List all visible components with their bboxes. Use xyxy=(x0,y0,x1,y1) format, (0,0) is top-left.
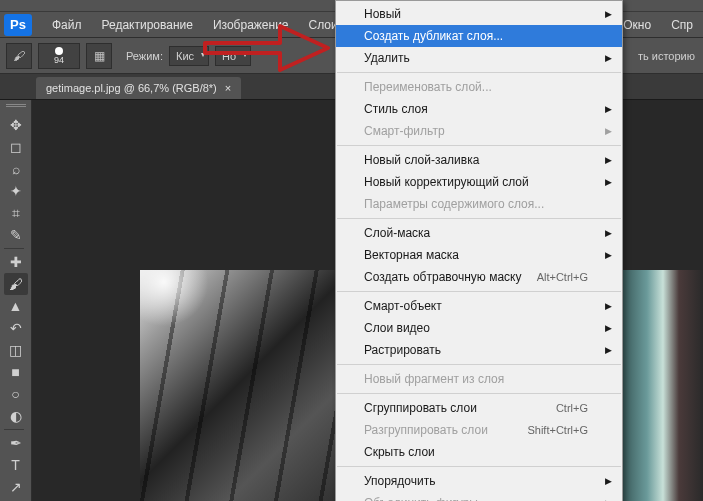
menu-item[interactable]: Создать дубликат слоя... xyxy=(336,25,622,47)
menu-separator xyxy=(337,364,621,365)
menu-separator xyxy=(337,393,621,394)
submenu-arrow-icon: ▶ xyxy=(605,104,612,114)
menu-item[interactable]: Сгруппировать слоиCtrl+G xyxy=(336,397,622,419)
menu-item-label: Скрыть слои xyxy=(364,445,435,459)
menu-separator xyxy=(337,72,621,73)
menu-item[interactable]: Слои видео▶ xyxy=(336,317,622,339)
marquee-tool[interactable]: ◻ xyxy=(4,136,28,158)
submenu-arrow-icon: ▶ xyxy=(605,323,612,333)
submenu-arrow-icon: ▶ xyxy=(605,126,612,136)
menu-item-label: Удалить xyxy=(364,51,410,65)
menu-item-label: Упорядочить xyxy=(364,474,435,488)
menu-item-label: Новый xyxy=(364,7,401,21)
submenu-arrow-icon: ▶ xyxy=(605,53,612,63)
menu-item-label: Сгруппировать слои xyxy=(364,401,477,415)
dodge-tool[interactable]: ◐ xyxy=(4,405,28,427)
menu-item-label: Новый слой-заливка xyxy=(364,153,479,167)
menu-item[interactable]: Новый▶ xyxy=(336,3,622,25)
menu-item[interactable]: Новый слой-заливка▶ xyxy=(336,149,622,171)
menu-separator xyxy=(337,291,621,292)
tool-preset-icon[interactable]: 🖌 xyxy=(6,43,32,69)
lasso-tool[interactable]: ⌕ xyxy=(4,158,28,180)
wand-tool[interactable]: ✦ xyxy=(4,180,28,202)
move-tool[interactable]: ✥ xyxy=(4,114,28,136)
layers-context-menu: Новый▶Создать дубликат слоя...Удалить▶Пе… xyxy=(335,0,623,501)
menu-item-label: Разгруппировать слои xyxy=(364,423,488,437)
menu-item-label: Создать дубликат слоя... xyxy=(364,29,503,43)
tool-separator xyxy=(4,429,24,430)
menu-item: Разгруппировать слоиShift+Ctrl+G xyxy=(336,419,622,441)
mode-label: Режим: xyxy=(126,50,163,62)
submenu-arrow-icon: ▶ xyxy=(605,476,612,486)
menu-item[interactable]: Новый корректирующий слой▶ xyxy=(336,171,622,193)
menu-item-label: Параметры содержимого слоя... xyxy=(364,197,544,211)
submenu-arrow-icon: ▶ xyxy=(605,301,612,311)
canvas-image-right[interactable] xyxy=(623,270,703,501)
menu-help[interactable]: Спр xyxy=(661,18,703,32)
menu-shortcut: Shift+Ctrl+G xyxy=(527,424,588,436)
menu-item: Смарт-фильтр▶ xyxy=(336,120,622,142)
menu-shortcut: Ctrl+G xyxy=(556,402,588,414)
submenu-arrow-icon: ▶ xyxy=(605,9,612,19)
menu-file[interactable]: Файл xyxy=(42,18,92,32)
menu-item[interactable]: Скрыть слои xyxy=(336,441,622,463)
menu-item[interactable]: Упорядочить▶ xyxy=(336,470,622,492)
eyedropper-tool[interactable]: ✎ xyxy=(4,224,28,246)
brush-size-label: 94 xyxy=(54,55,64,65)
brush-tool[interactable]: 🖌 xyxy=(4,273,28,295)
tool-separator xyxy=(4,248,24,249)
menu-item: Параметры содержимого слоя... xyxy=(336,193,622,215)
toolbox: ✥◻⌕✦⌗✎✚🖌▲↶◫■○◐✒T↗ xyxy=(0,100,32,501)
history-toggle[interactable]: ть историю xyxy=(638,50,695,62)
menu-item[interactable]: Удалить▶ xyxy=(336,47,622,69)
brush-panel-icon[interactable]: ▦ xyxy=(86,43,112,69)
menu-item-label: Объединить фигуры xyxy=(364,496,478,501)
menu-item-label: Векторная маска xyxy=(364,248,459,262)
document-tab[interactable]: getimage.pl.jpg @ 66,7% (RGB/8*) × xyxy=(36,77,241,99)
brush-preset[interactable]: 94 xyxy=(38,43,80,69)
menu-item: Новый фрагмент из слоя xyxy=(336,368,622,390)
crop-tool[interactable]: ⌗ xyxy=(4,202,28,224)
menu-item[interactable]: Векторная маска▶ xyxy=(336,244,622,266)
menu-separator xyxy=(337,145,621,146)
menu-item-label: Смарт-фильтр xyxy=(364,124,445,138)
menu-edit[interactable]: Редактирование xyxy=(92,18,203,32)
menu-item-label: Растрировать xyxy=(364,343,441,357)
eraser-tool[interactable]: ◫ xyxy=(4,339,28,361)
menu-item[interactable]: Растрировать▶ xyxy=(336,339,622,361)
healing-tool[interactable]: ✚ xyxy=(4,251,28,273)
menu-item-label: Стиль слоя xyxy=(364,102,428,116)
menu-shortcut: Alt+Ctrl+G xyxy=(537,271,588,283)
menu-item-label: Создать обтравочную маску xyxy=(364,270,522,284)
menu-separator xyxy=(337,466,621,467)
document-tab-title: getimage.pl.jpg @ 66,7% (RGB/8*) xyxy=(46,82,217,94)
menu-item: Объединить фигуры▶ xyxy=(336,492,622,501)
menu-item[interactable]: Стиль слоя▶ xyxy=(336,98,622,120)
menu-item[interactable]: Слой-маска▶ xyxy=(336,222,622,244)
menu-item-label: Переименовать слой... xyxy=(364,80,492,94)
gradient-tool[interactable]: ■ xyxy=(4,361,28,383)
menu-item: Переименовать слой... xyxy=(336,76,622,98)
toolbox-grip[interactable] xyxy=(6,104,26,110)
menu-item-label: Смарт-объект xyxy=(364,299,442,313)
submenu-arrow-icon: ▶ xyxy=(605,177,612,187)
blur-tool[interactable]: ○ xyxy=(4,383,28,405)
menu-item[interactable]: Создать обтравочную маскуAlt+Ctrl+G xyxy=(336,266,622,288)
menu-image[interactable]: Изображение xyxy=(203,18,299,32)
menu-item-label: Новый корректирующий слой xyxy=(364,175,529,189)
pen-tool[interactable]: ✒ xyxy=(4,432,28,454)
path-tool[interactable]: ↗ xyxy=(4,476,28,498)
submenu-arrow-icon: ▶ xyxy=(605,228,612,238)
stamp-tool[interactable]: ▲ xyxy=(4,295,28,317)
menu-item-label: Новый фрагмент из слоя xyxy=(364,372,504,386)
menu-item-label: Слой-маска xyxy=(364,226,430,240)
menu-item[interactable]: Смарт-объект▶ xyxy=(336,295,622,317)
canvas-image[interactable] xyxy=(140,270,340,501)
opacity-dropdown[interactable]: Но xyxy=(215,46,251,66)
history-brush-tool[interactable]: ↶ xyxy=(4,317,28,339)
submenu-arrow-icon: ▶ xyxy=(605,345,612,355)
menu-item-label: Слои видео xyxy=(364,321,430,335)
type-tool[interactable]: T xyxy=(4,454,28,476)
close-icon[interactable]: × xyxy=(225,82,231,94)
mode-dropdown[interactable]: Кис xyxy=(169,46,209,66)
